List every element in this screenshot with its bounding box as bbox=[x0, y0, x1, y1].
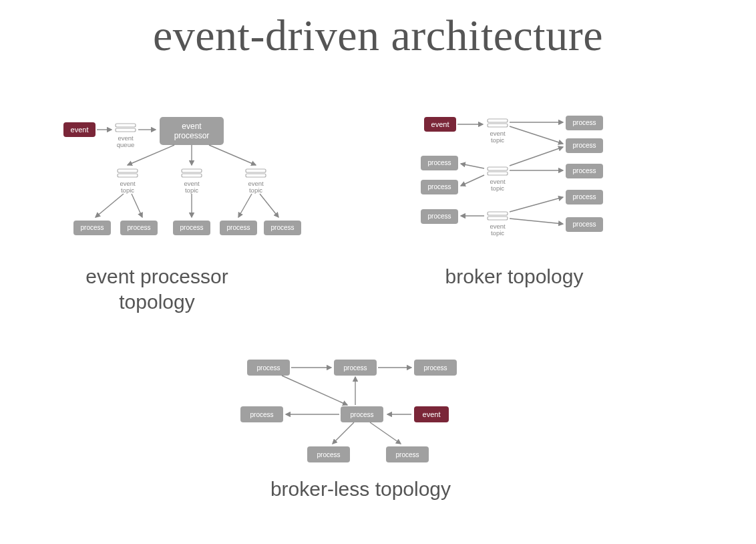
svg-text:process: process bbox=[572, 193, 596, 200]
diagram-brokerless: process process process process process … bbox=[227, 354, 494, 474]
svg-text:topic: topic bbox=[185, 186, 198, 194]
arrow-icon bbox=[96, 194, 124, 217]
event-topic: event topic bbox=[182, 169, 202, 194]
arrow-icon bbox=[282, 376, 347, 405]
arrow-icon bbox=[510, 126, 563, 144]
diagram-broker: event event topic event topic event topi… bbox=[417, 117, 624, 257]
svg-text:process: process bbox=[427, 213, 451, 220]
svg-rect-1 bbox=[116, 128, 136, 132]
svg-rect-26 bbox=[488, 119, 508, 122]
event-node-label: event bbox=[71, 126, 89, 134]
svg-text:process: process bbox=[317, 451, 340, 458]
arrow-icon bbox=[260, 194, 278, 217]
event-topic: event topic bbox=[488, 167, 508, 192]
event-topic: event topic bbox=[488, 119, 508, 144]
svg-text:process: process bbox=[572, 142, 596, 149]
svg-text:process: process bbox=[250, 411, 273, 418]
event-queue: event queue bbox=[116, 124, 136, 148]
svg-text:queue: queue bbox=[117, 141, 134, 148]
svg-text:process: process bbox=[350, 411, 373, 418]
svg-rect-13 bbox=[246, 174, 266, 177]
arrow-icon bbox=[461, 175, 484, 186]
page-title: event-driven architecture bbox=[0, 10, 756, 61]
event-topic: event topic bbox=[488, 212, 508, 237]
svg-text:process: process bbox=[572, 119, 596, 126]
arrow-icon bbox=[510, 197, 563, 212]
svg-text:topic: topic bbox=[491, 136, 504, 144]
caption-broker: broker topology bbox=[407, 264, 621, 289]
diagram-event-processor: event event queue event processor event … bbox=[63, 117, 297, 257]
arrow-icon bbox=[510, 219, 563, 224]
event-topic: event topic bbox=[118, 169, 138, 194]
svg-text:process: process bbox=[572, 167, 596, 174]
arrow-icon bbox=[132, 194, 142, 217]
svg-rect-12 bbox=[246, 169, 266, 172]
arrow-icon bbox=[370, 422, 401, 444]
svg-rect-31 bbox=[488, 172, 508, 175]
svg-text:process: process bbox=[423, 364, 447, 372]
svg-text:event: event bbox=[423, 410, 441, 418]
caption-event-processor: event processor topology bbox=[63, 264, 250, 314]
caption-brokerless: broker-less topology bbox=[234, 477, 488, 502]
arrow-icon bbox=[128, 145, 174, 165]
svg-rect-34 bbox=[488, 212, 508, 215]
event-topic: event topic bbox=[246, 169, 266, 194]
svg-rect-30 bbox=[488, 167, 508, 170]
svg-rect-5 bbox=[118, 174, 138, 177]
svg-rect-27 bbox=[488, 124, 508, 127]
svg-text:process: process bbox=[80, 224, 104, 231]
svg-text:process: process bbox=[256, 364, 280, 372]
svg-rect-9 bbox=[182, 174, 202, 177]
arrow-icon bbox=[209, 145, 256, 165]
event-processor-label-line1: event bbox=[182, 122, 202, 131]
svg-text:process: process bbox=[395, 451, 419, 458]
svg-text:topic: topic bbox=[491, 184, 504, 192]
svg-text:process: process bbox=[180, 224, 203, 231]
svg-text:process: process bbox=[270, 224, 294, 231]
svg-rect-0 bbox=[116, 124, 136, 127]
arrow-icon bbox=[238, 194, 252, 217]
process-row: process process process process process bbox=[73, 221, 301, 235]
svg-text:topic: topic bbox=[249, 186, 262, 194]
svg-text:topic: topic bbox=[491, 229, 504, 237]
arrow-icon bbox=[510, 147, 563, 166]
svg-text:process: process bbox=[343, 364, 367, 372]
svg-text:process: process bbox=[427, 159, 451, 166]
svg-rect-4 bbox=[118, 169, 138, 172]
svg-text:process: process bbox=[127, 224, 150, 231]
svg-rect-35 bbox=[488, 217, 508, 220]
svg-text:process: process bbox=[226, 224, 250, 231]
event-node-label: event bbox=[431, 120, 449, 128]
arrow-icon bbox=[461, 164, 484, 168]
arrow-icon bbox=[333, 422, 354, 444]
svg-text:process: process bbox=[427, 183, 451, 190]
svg-rect-8 bbox=[182, 169, 202, 172]
svg-text:topic: topic bbox=[121, 186, 134, 194]
svg-text:process: process bbox=[572, 221, 596, 228]
event-processor-label-line2: processor bbox=[174, 131, 210, 140]
